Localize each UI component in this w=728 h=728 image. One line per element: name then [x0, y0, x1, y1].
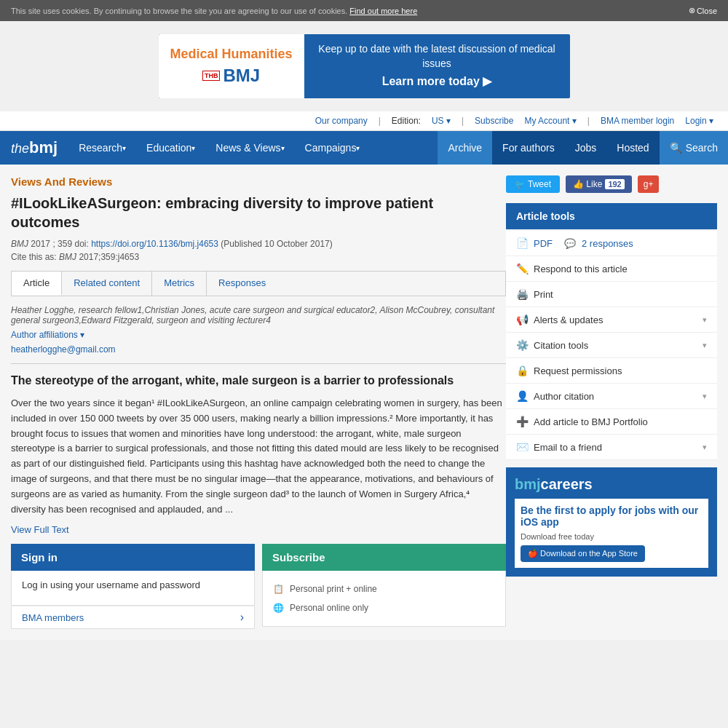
bma-members-link[interactable]: BMA members — [11, 606, 255, 629]
article-tools-box: Article tools — [506, 203, 717, 229]
sign-in-header: Sign in — [11, 544, 255, 571]
tool-citation[interactable]: ⚙️ Citation tools — [506, 333, 717, 358]
cookie-bar: This site uses cookies. By continuing to… — [0, 0, 728, 21]
sign-in-body: Log in using your username and password — [22, 579, 244, 590]
logo-the: the — [11, 141, 29, 156]
subscribe-online-only[interactable]: Personal online only — [273, 598, 495, 617]
ad-brand: BMJ — [223, 66, 260, 86]
tool-pdf[interactable]: 📄 PDF 💬 2 responses — [506, 231, 717, 256]
view-full-text-link[interactable]: View Full Text — [11, 524, 506, 535]
cookie-close[interactable]: ⊗ Close — [689, 6, 717, 15]
cookie-link[interactable]: Find out more here — [349, 7, 417, 15]
tab-related-content[interactable]: Related content — [62, 272, 152, 296]
authors: Heather Logghe, research fellow1,Christi… — [11, 305, 506, 325]
print-icon: 🖨️ — [516, 288, 528, 300]
sidebar: Tweet 👍 Like 192 g+ Article tools 📄 PDF … — [506, 175, 717, 640]
like-count: 192 — [605, 179, 624, 189]
nav-campaigns[interactable]: Campaigns — [295, 131, 371, 165]
ad-banner[interactable]: Medical Humanities THB BMJ Keep up to da… — [159, 34, 570, 98]
tool-email[interactable]: ✉️ Email to a friend — [506, 435, 717, 460]
search-icon: 🔍 — [670, 142, 682, 154]
careers-ad[interactable]: bmjcareers Be the first to apply for job… — [506, 467, 717, 577]
respond-icon: ✏️ — [516, 263, 528, 274]
cookie-message: This site uses cookies. By continuing to… — [11, 7, 417, 15]
article-area: Views And Reviews #ILookLikeASurgeon: em… — [11, 175, 506, 640]
pdf-icon: 📄 — [516, 237, 528, 249]
article-tabs: Article Related content Metrics Response… — [11, 271, 506, 296]
gplus-button[interactable]: g+ — [638, 175, 660, 193]
main-nav: thebmj Research Education News & Views C… — [0, 131, 728, 165]
email-icon: ✉️ — [516, 441, 528, 453]
nav-for-authors[interactable]: For authors — [492, 131, 565, 165]
article-tools-title: Article tools — [506, 203, 717, 229]
article-body: Over the two years since it began¹ #ILoo… — [11, 396, 506, 517]
doi-link[interactable]: https://doi.org/10.1136/bmj.j4653 — [91, 239, 218, 249]
subscribe-box: Subscribe Personal print + online Person… — [262, 544, 506, 629]
article-title: #ILookLikeASurgeon: embracing diversity … — [11, 194, 506, 232]
tab-article[interactable]: Article — [12, 272, 62, 296]
nav-education[interactable]: Education — [136, 131, 205, 165]
subscribe-print-online[interactable]: Personal print + online — [273, 579, 495, 598]
our-company-link[interactable]: Our company — [315, 116, 368, 126]
bma-login-link[interactable]: BMA member login — [601, 116, 674, 126]
subscribe-header: Subscribe — [262, 544, 506, 571]
author-citation-icon: 👤 — [516, 390, 528, 402]
tool-alerts[interactable]: 📢 Alerts & updates — [506, 307, 717, 333]
careers-tagline: Be the first to apply for jobs with our … — [521, 505, 703, 528]
tweet-button[interactable]: Tweet — [506, 175, 560, 193]
like-button[interactable]: 👍 Like 192 — [566, 175, 632, 193]
sign-in-box: Sign in Log in using your username and p… — [11, 544, 255, 629]
ad-cta: Learn more today — [315, 74, 559, 90]
permissions-icon: 🔒 — [516, 365, 528, 376]
tool-permissions[interactable]: 🔒 Request permissions — [506, 358, 717, 384]
cite-as: Cite this as: BMJ 2017;359:j4653 — [11, 252, 506, 262]
tool-respond[interactable]: ✏️ Respond to this article — [506, 256, 717, 282]
logo-bmj: bmj — [29, 138, 58, 157]
citation-icon: ⚙️ — [516, 339, 528, 351]
nav-archive[interactable]: Archive — [438, 131, 492, 165]
nav-hosted[interactable]: Hosted — [606, 131, 659, 165]
app-store-button[interactable]: 🍎 Download on the App Store — [521, 545, 645, 562]
category-label: Views And Reviews — [11, 175, 506, 188]
tool-author-citation[interactable]: 👤 Author citation — [506, 384, 717, 409]
article-subtitle: The stereotype of the arrogant, white, m… — [11, 374, 506, 387]
tab-responses[interactable]: Responses — [207, 272, 277, 296]
responses-link[interactable]: 2 responses — [582, 238, 633, 249]
nav-jobs[interactable]: Jobs — [565, 131, 607, 165]
ad-tagline: Keep up to date with the latest discussi… — [315, 42, 559, 71]
citation-info: BMJ 2017 ; 359 doi: https://doi.org/10.1… — [11, 239, 506, 249]
utility-bar: Our company | Edition: US | Subscribe My… — [0, 111, 728, 131]
careers-logo: bmjcareers — [515, 476, 708, 493]
tab-metrics[interactable]: Metrics — [152, 272, 207, 296]
edition-select[interactable]: US — [432, 116, 451, 126]
nav-search[interactable]: 🔍 Search — [660, 131, 728, 165]
nav-research[interactable]: Research — [68, 131, 136, 165]
author-affiliations[interactable]: Author affiliations — [11, 330, 506, 340]
portfolio-icon: ➕ — [516, 416, 528, 427]
article-paragraph-1: Over the two years since it began¹ #ILoo… — [11, 396, 506, 517]
author-email[interactable]: heatherlogghe@gmail.com — [11, 344, 506, 355]
my-account-link[interactable]: My Account ▾ — [524, 116, 576, 126]
careers-cta: Download free today — [521, 532, 703, 541]
subscribe-link[interactable]: Subscribe — [475, 116, 513, 126]
tool-portfolio[interactable]: ➕ Add article to BMJ Portfolio — [506, 409, 717, 435]
edition-label: Edition: — [392, 116, 421, 126]
logo-area: thebmj — [0, 131, 68, 165]
tool-print[interactable]: 🖨️ Print — [506, 282, 717, 307]
alerts-icon: 📢 — [516, 314, 528, 325]
ad-title: Medical Humanities — [170, 47, 292, 63]
login-link[interactable]: Login ▾ — [685, 116, 713, 126]
social-buttons: Tweet 👍 Like 192 g+ — [506, 175, 717, 193]
nav-news-views[interactable]: News & Views — [205, 131, 294, 165]
